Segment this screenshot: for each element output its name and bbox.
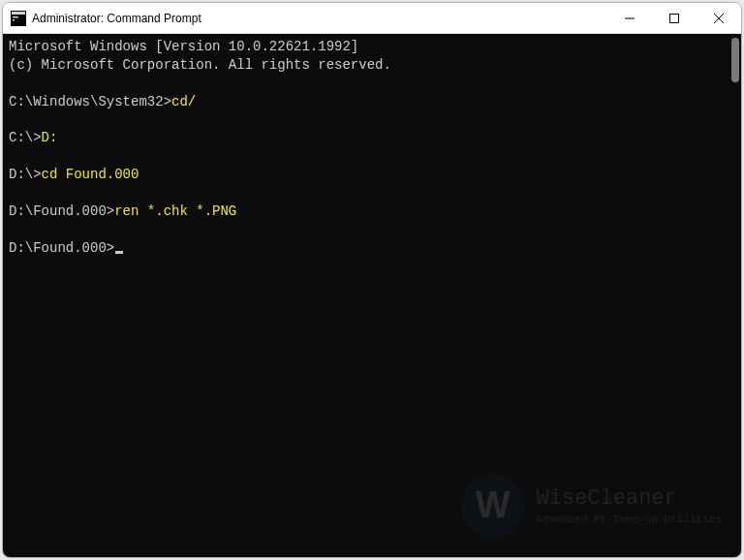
command-text: cd/ [171,94,196,109]
terminal-header-line: Microsoft Windows [Version 10.0.22621.19… [9,38,735,56]
prompt-text: C:\> [9,130,42,145]
watermark: W WiseCleaner Advanced PC Tune-up Utilit… [461,474,722,538]
watermark-badge-icon: W [461,474,525,538]
terminal-blank [9,75,735,93]
scrollbar-thumb[interactable] [731,38,739,82]
svg-rect-5 [670,15,679,23]
minimize-button[interactable] [607,3,652,34]
terminal-line: C:\Windows\System32>cd/ [9,93,735,111]
prompt-text: D:\> [9,167,42,182]
app-icon [11,11,26,26]
cursor-icon [115,251,123,254]
terminal-line: D:\>cd Found.000 [9,166,735,184]
prompt-text: D:\Found.000> [9,203,114,219]
window-controls [607,3,741,33]
svg-rect-3 [13,19,15,21]
prompt-text: D:\Found.000> [9,240,114,256]
watermark-title: WiseCleaner [537,484,722,513]
terminal-line: D:\Found.000>ren *.chk *.PNG [9,202,735,221]
command-text: ren *.chk *.PNG [114,203,236,219]
maximize-button[interactable] [652,3,697,34]
svg-rect-1 [12,12,25,15]
watermark-subtitle: Advanced PC Tune-up Utilities [537,513,722,527]
command-text: D: [42,130,58,145]
terminal-header-line: (c) Microsoft Corporation. All rights re… [9,56,735,75]
close-button[interactable] [697,3,741,34]
terminal-prompt-current[interactable]: D:\Found.000> [9,239,735,258]
terminal-blank [9,111,735,130]
terminal-blank [9,221,735,239]
svg-rect-2 [13,16,18,18]
command-text: cd Found.000 [42,167,140,182]
window-title: Administrator: Command Prompt [32,12,607,25]
app-window: Administrator: Command Prompt Microsoft … [2,2,742,558]
terminal-line: C:\>D: [9,129,735,147]
terminal-entries: C:\Windows\System32>cd/ C:\>D: D:\>cd Fo… [9,93,735,239]
titlebar[interactable]: Administrator: Command Prompt [3,3,741,34]
terminal-blank [9,147,735,166]
prompt-text: C:\Windows\System32> [9,94,171,109]
terminal-area[interactable]: Microsoft Windows [Version 10.0.22621.19… [3,34,741,557]
terminal-blank [9,184,735,202]
